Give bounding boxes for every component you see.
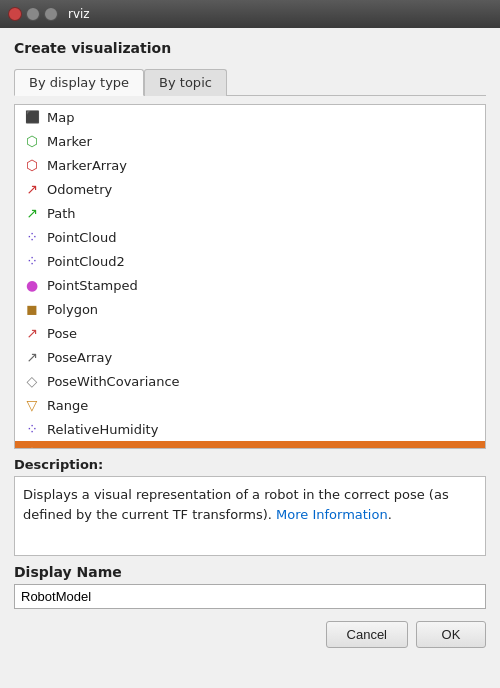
titlebar-title: rviz: [68, 7, 90, 21]
list-item-pointcloud2[interactable]: ⁘ PointCloud2: [15, 249, 485, 273]
odometry-icon: ↗: [23, 180, 41, 198]
relativehumidity-icon: ⁘: [23, 420, 41, 438]
visualization-list-container: ⬛ Map ⬡ Marker ⬡ MarkerArray ↗ Odometry …: [14, 104, 486, 449]
pose-icon: ↗: [23, 324, 41, 342]
list-item-posewithcovariance[interactable]: ◇ PoseWithCovariance: [15, 369, 485, 393]
pointstamped-icon: ●: [23, 276, 41, 294]
list-item-label-map: Map: [47, 110, 74, 125]
list-item-label-posearray: PoseArray: [47, 350, 112, 365]
path-icon: ↗: [23, 204, 41, 222]
display-name-label: Display Name: [14, 564, 486, 580]
list-item-odometry[interactable]: ↗ Odometry: [15, 177, 485, 201]
more-information-link[interactable]: More Information: [276, 507, 388, 522]
range-icon: ▽: [23, 396, 41, 414]
button-row: Cancel OK: [14, 621, 486, 648]
description-box: Displays a visual representation of a ro…: [14, 476, 486, 556]
list-item-pose[interactable]: ↗ Pose: [15, 321, 485, 345]
list-item-label-polygon: Polygon: [47, 302, 98, 317]
visualization-list[interactable]: ⬛ Map ⬡ Marker ⬡ MarkerArray ↗ Odometry …: [15, 105, 485, 448]
create-visualization-title: Create visualization: [14, 40, 486, 56]
list-item-label-pointstamped: PointStamped: [47, 278, 138, 293]
list-item-label-robotmodel: RobotModel: [47, 446, 124, 449]
list-item-range[interactable]: ▽ Range: [15, 393, 485, 417]
list-item-label-relativehumidity: RelativeHumidity: [47, 422, 158, 437]
list-item-pointstamped[interactable]: ● PointStamped: [15, 273, 485, 297]
description-section: Description: Displays a visual represent…: [14, 457, 486, 556]
cancel-button[interactable]: Cancel: [326, 621, 408, 648]
list-item-polygon[interactable]: ◼ Polygon: [15, 297, 485, 321]
list-item-markerarray[interactable]: ⬡ MarkerArray: [15, 153, 485, 177]
robotmodel-icon: ⚙: [23, 444, 41, 448]
list-item-path[interactable]: ↗ Path: [15, 201, 485, 225]
tab-by-topic[interactable]: By topic: [144, 69, 227, 96]
list-item-pointcloud[interactable]: ⁘ PointCloud: [15, 225, 485, 249]
list-item-posearray[interactable]: ↗ PoseArray: [15, 345, 485, 369]
pointcloud2-icon: ⁘: [23, 252, 41, 270]
ok-button[interactable]: OK: [416, 621, 486, 648]
list-item-label-pointcloud2: PointCloud2: [47, 254, 125, 269]
marker-icon: ⬡: [23, 132, 41, 150]
display-name-section: Display Name: [14, 564, 486, 609]
list-item-label-markerarray: MarkerArray: [47, 158, 127, 173]
polygon-icon: ◼: [23, 300, 41, 318]
main-window: Create visualization By display type By …: [0, 28, 500, 688]
list-item-label-path: Path: [47, 206, 76, 221]
tab-bar: By display type By topic: [14, 68, 486, 96]
markerarray-icon: ⬡: [23, 156, 41, 174]
pointcloud-icon: ⁘: [23, 228, 41, 246]
maximize-button[interactable]: [44, 7, 58, 21]
minimize-button[interactable]: [26, 7, 40, 21]
list-item-label-pose: Pose: [47, 326, 77, 341]
list-item-label-posewithcovariance: PoseWithCovariance: [47, 374, 180, 389]
titlebar: rviz: [0, 0, 500, 28]
list-item-marker[interactable]: ⬡ Marker: [15, 129, 485, 153]
titlebar-buttons[interactable]: [8, 7, 58, 21]
description-label: Description:: [14, 457, 486, 472]
map-icon: ⬛: [23, 108, 41, 126]
list-item-label-marker: Marker: [47, 134, 92, 149]
list-item-relativehumidity[interactable]: ⁘ RelativeHumidity: [15, 417, 485, 441]
list-item-map[interactable]: ⬛ Map: [15, 105, 485, 129]
posearray-icon: ↗: [23, 348, 41, 366]
tab-by-display-type[interactable]: By display type: [14, 69, 144, 96]
list-item-label-odometry: Odometry: [47, 182, 112, 197]
list-item-robotmodel[interactable]: ⚙ RobotModel: [15, 441, 485, 448]
posewithcovariance-icon: ◇: [23, 372, 41, 390]
display-name-input[interactable]: [14, 584, 486, 609]
close-button[interactable]: [8, 7, 22, 21]
list-item-label-pointcloud: PointCloud: [47, 230, 116, 245]
list-item-label-range: Range: [47, 398, 88, 413]
